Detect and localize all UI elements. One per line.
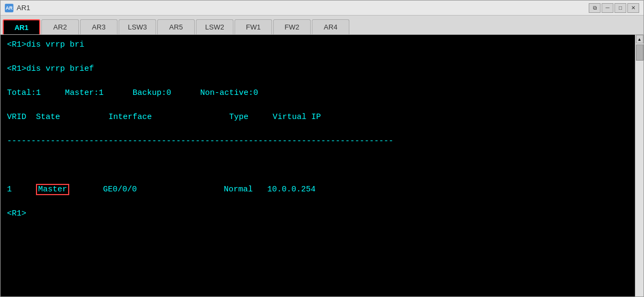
terminal-line-4: VRID State Interface Type Virtual IP (7, 112, 628, 124)
content-area: <R1>dis vrrp bri <R1>dis vrrp brief Tota… (1, 35, 643, 296)
minimize-button[interactable]: ─ (602, 3, 613, 13)
window-controls: ⧉ ─ □ ✕ (589, 3, 639, 13)
terminal-line-6 (7, 160, 628, 172)
tab-fw2[interactable]: FW2 (273, 19, 311, 34)
scrollbar-vertical[interactable]: ▲ (635, 35, 643, 296)
terminal-line-8: <R1> (7, 208, 628, 220)
restore-button[interactable]: ⧉ (589, 3, 601, 13)
master-state-badge: Master (36, 184, 69, 195)
tab-ar2[interactable]: AR2 (41, 19, 79, 34)
tab-ar5[interactable]: AR5 (157, 19, 195, 34)
tab-fw1[interactable]: FW1 (235, 19, 272, 34)
tab-ar3[interactable]: AR3 (80, 19, 118, 34)
terminal-line-5: ----------------------------------------… (7, 136, 628, 148)
terminal[interactable]: <R1>dis vrrp bri <R1>dis vrrp brief Tota… (1, 35, 635, 296)
maximize-button[interactable]: □ (614, 3, 626, 13)
tabs-bar: AR1 AR2 AR3 LSW3 AR5 LSW2 FW1 FW2 AR4 (1, 16, 643, 35)
tab-ar4[interactable]: AR4 (312, 19, 349, 34)
window-title: AR1 (17, 4, 30, 12)
terminal-line-1: <R1>dis vrrp bri (7, 39, 628, 51)
title-bar-left: AR AR1 (5, 4, 30, 12)
tab-lsw3[interactable]: LSW3 (119, 19, 156, 34)
title-bar: AR AR1 ⧉ ─ □ ✕ (1, 1, 643, 16)
scroll-up-button[interactable]: ▲ (636, 35, 643, 43)
close-button[interactable]: ✕ (627, 3, 639, 13)
main-window: AR AR1 ⧉ ─ □ ✕ AR1 AR2 AR3 LSW3 AR5 LSW2… (0, 0, 644, 297)
scroll-thumb[interactable] (636, 44, 643, 61)
terminal-line-3: Total:1 Master:1 Backup:0 Non-active:0 (7, 87, 628, 100)
app-icon: AR (5, 4, 13, 12)
terminal-line-7: 1 Master GE0/0/0 Normal 10.0.0.254 (7, 184, 628, 196)
terminal-line-2: <R1>dis vrrp brief (7, 63, 628, 76)
tab-ar1[interactable]: AR1 (3, 19, 40, 34)
tab-lsw2[interactable]: LSW2 (196, 19, 233, 34)
